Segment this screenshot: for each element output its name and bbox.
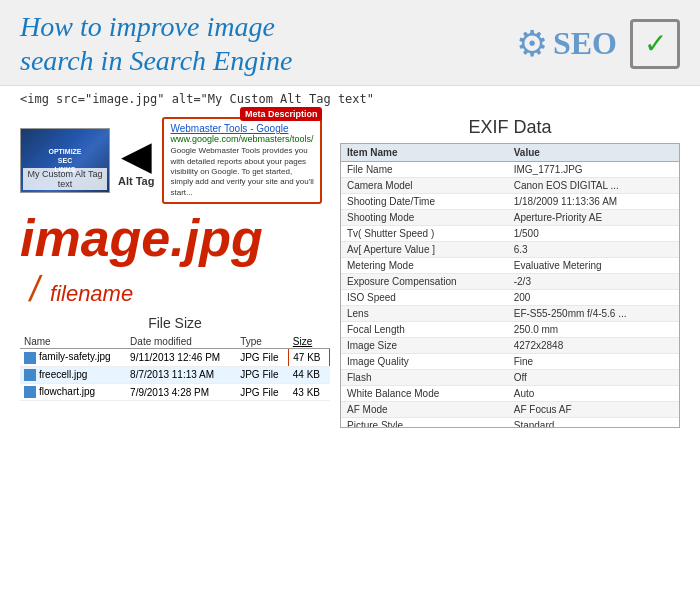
image-caption: My Custom Alt Tag text	[23, 168, 107, 190]
exif-item-cell: Image Size	[341, 338, 508, 354]
exif-value-cell: -2/3	[508, 274, 679, 290]
seo-logo: SEO	[553, 25, 617, 62]
exif-item-cell: Focal Length	[341, 322, 508, 338]
file-name-cell: freecell.jpg	[20, 366, 126, 383]
exif-value-cell: 1/500	[508, 226, 679, 242]
exif-item-cell: File Name	[341, 162, 508, 178]
col-name: Name	[20, 335, 126, 349]
exif-item-cell: Av[ Aperture Value ]	[341, 242, 508, 258]
header: How to improve image search in Search En…	[0, 0, 700, 86]
file-date-cell: 9/11/2013 12:46 PM	[126, 349, 236, 366]
left-side: OPTIMIZE SEC LINKS My Custom Alt Tag tex…	[20, 117, 330, 428]
col-type: Type	[236, 335, 289, 349]
big-filename-text: image.jpg	[20, 212, 330, 264]
exif-value-cell: Aperture-Priority AE	[508, 210, 679, 226]
filesize-section: File Size Name Date modified Type Size f…	[20, 315, 330, 401]
filesize-title: File Size	[20, 315, 330, 331]
exif-item-cell: Exposure Compensation	[341, 274, 508, 290]
exif-item-cell: Flash	[341, 370, 508, 386]
file-type-cell: JPG File	[236, 383, 289, 400]
webmaster-desc: Google Webmaster Tools provides you with…	[170, 146, 314, 198]
gear-icon: ⚙	[516, 23, 548, 65]
filename-label: filename	[50, 281, 133, 307]
col-size[interactable]: Size	[289, 335, 330, 349]
exif-value-cell: 250.0 mm	[508, 322, 679, 338]
exif-item-cell: Picture Style	[341, 418, 508, 429]
exif-value-cell: Off	[508, 370, 679, 386]
exif-item-cell: ISO Speed	[341, 290, 508, 306]
code-text: <img src="image.jpg" alt="My Custom Alt …	[20, 92, 374, 106]
header-title-highlight: Search Engine	[129, 45, 292, 76]
webmaster-box: Meta Description Webmaster Tools - Googl…	[162, 117, 322, 204]
file-name-cell: flowchart.jpg	[20, 383, 126, 400]
sign-sec: SEC	[58, 156, 72, 165]
file-icon	[24, 369, 36, 381]
exif-table-row: Tv( Shutter Speed ) 1/500	[341, 226, 679, 242]
exif-value-cell: Auto	[508, 386, 679, 402]
exif-col-value: Value	[508, 144, 679, 162]
webmaster-link[interactable]: Webmaster Tools - Google	[170, 123, 314, 134]
exif-value-cell: Canon EOS DIGITAL ...	[508, 178, 679, 194]
exif-item-cell: AF Mode	[341, 402, 508, 418]
exif-header-row: Item Name Value	[341, 144, 679, 162]
exif-item-cell: Camera Model	[341, 178, 508, 194]
exif-table-row: Av[ Aperture Value ] 6.3	[341, 242, 679, 258]
exif-table-row: Image Quality Fine	[341, 354, 679, 370]
file-table: Name Date modified Type Size family-safe…	[20, 335, 330, 401]
file-icon	[24, 386, 36, 398]
exif-table-row: Camera Model Canon EOS DIGITAL ...	[341, 178, 679, 194]
alt-tag-label: Alt Tag	[118, 175, 154, 187]
exif-value-cell: Evaluative Metering	[508, 258, 679, 274]
alt-tag-demo: OPTIMIZE SEC LINKS My Custom Alt Tag tex…	[20, 117, 330, 204]
exif-col-item: Item Name	[341, 144, 508, 162]
col-date: Date modified	[126, 335, 236, 349]
header-icons: ⚙ SEO ✓	[516, 19, 680, 69]
exif-table-row: Shooting Date/Time 1/18/2009 11:13:36 AM	[341, 194, 679, 210]
exif-table-row: White Balance Mode Auto	[341, 386, 679, 402]
exif-table-row: Flash Off	[341, 370, 679, 386]
exif-item-cell: Shooting Date/Time	[341, 194, 508, 210]
header-title-line2-plain: search in	[20, 45, 129, 76]
file-date-cell: 8/7/2013 11:13 AM	[126, 366, 236, 383]
file-table-row: freecell.jpg 8/7/2013 11:13 AM JPG File …	[20, 366, 330, 383]
exif-value-cell: AF Focus AF	[508, 402, 679, 418]
file-table-row: family-safety.jpg 9/11/2013 12:46 PM JPG…	[20, 349, 330, 366]
exif-value-cell: EF-S55-250mm f/4-5.6 ...	[508, 306, 679, 322]
middle-section: OPTIMIZE SEC LINKS My Custom Alt Tag tex…	[0, 112, 700, 433]
exif-table: Item Name Value File Name IMG_1771.JPG C…	[341, 144, 679, 428]
exif-value-cell: Fine	[508, 354, 679, 370]
exif-value-cell: 4272x2848	[508, 338, 679, 354]
exif-item-cell: Metering Mode	[341, 258, 508, 274]
file-size-cell: 43 KB	[289, 383, 330, 400]
exif-item-cell: Image Quality	[341, 354, 508, 370]
file-table-row: flowchart.jpg 7/9/2013 4:28 PM JPG File …	[20, 383, 330, 400]
checkmark-icon: ✓	[630, 19, 680, 69]
exif-value-cell: 200	[508, 290, 679, 306]
header-title: How to improve image search in Search En…	[20, 10, 292, 77]
exif-table-row: File Name IMG_1771.JPG	[341, 162, 679, 178]
slash-icon: /	[27, 271, 43, 307]
file-size-cell: 44 KB	[289, 366, 330, 383]
exif-table-container[interactable]: Item Name Value File Name IMG_1771.JPG C…	[340, 143, 680, 428]
exif-item-cell: White Balance Mode	[341, 386, 508, 402]
exif-title: EXIF Data	[340, 117, 680, 138]
exif-value-cell: Standard	[508, 418, 679, 429]
exif-value-cell: IMG_1771.JPG	[508, 162, 679, 178]
header-title-line1: How to improve image	[20, 11, 275, 42]
exif-table-row: ISO Speed 200	[341, 290, 679, 306]
exif-item-cell: Shooting Mode	[341, 210, 508, 226]
file-type-cell: JPG File	[236, 366, 289, 383]
exif-value-cell: 1/18/2009 11:13:36 AM	[508, 194, 679, 210]
exif-table-row: Shooting Mode Aperture-Priority AE	[341, 210, 679, 226]
exif-table-row: Exposure Compensation -2/3	[341, 274, 679, 290]
exif-table-row: Metering Mode Evaluative Metering	[341, 258, 679, 274]
exif-table-row: Image Size 4272x2848	[341, 338, 679, 354]
webmaster-url: www.google.com/webmasters/tools/	[170, 134, 314, 144]
exif-table-row: Focal Length 250.0 mm	[341, 322, 679, 338]
image-preview: OPTIMIZE SEC LINKS My Custom Alt Tag tex…	[20, 128, 110, 193]
exif-table-row: Lens EF-S55-250mm f/4-5.6 ...	[341, 306, 679, 322]
exif-item-cell: Lens	[341, 306, 508, 322]
file-icon	[24, 352, 36, 364]
exif-section: EXIF Data Item Name Value File Name IMG_…	[340, 117, 680, 428]
file-name-cell: family-safety.jpg	[20, 349, 126, 366]
